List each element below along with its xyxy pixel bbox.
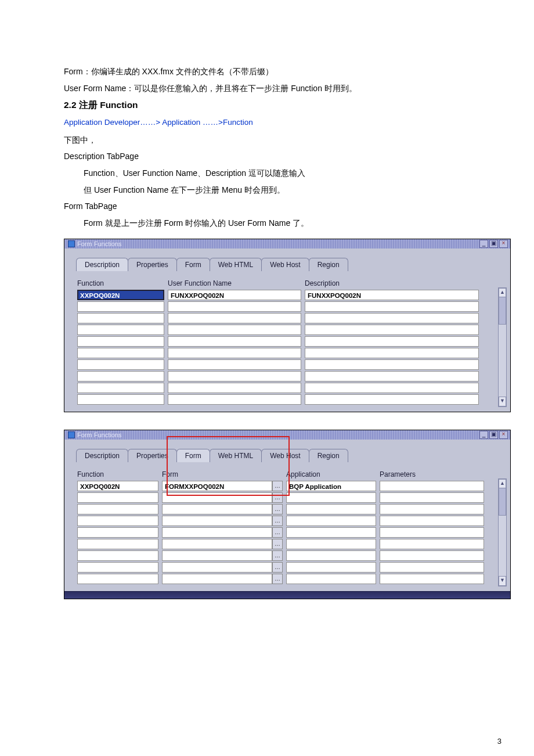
- cell-ufn[interactable]: [168, 359, 301, 370]
- cell-form[interactable]: [162, 562, 272, 573]
- cell-function[interactable]: [77, 562, 158, 573]
- tab-web-host[interactable]: Web Host: [261, 258, 309, 271]
- lov-button[interactable]: …: [272, 562, 283, 573]
- lov-button[interactable]: …: [272, 574, 283, 584]
- tab-web-html[interactable]: Web HTML: [210, 449, 262, 462]
- cell-desc[interactable]: [305, 313, 479, 323]
- cell-function[interactable]: [77, 301, 164, 312]
- cell-ufn[interactable]: [168, 348, 301, 358]
- tab-properties[interactable]: Properties: [128, 449, 177, 462]
- vertical-scrollbar[interactable]: ▲ ▼: [498, 287, 507, 407]
- cell-desc[interactable]: [305, 371, 479, 381]
- tab-form[interactable]: Form: [176, 258, 210, 271]
- restore-button[interactable]: ▣: [489, 240, 498, 248]
- cell-function[interactable]: [77, 348, 164, 358]
- close-button[interactable]: ×: [499, 240, 508, 248]
- scroll-thumb[interactable]: [499, 297, 506, 325]
- restore-button[interactable]: ▣: [489, 431, 498, 439]
- cell-application[interactable]: [286, 527, 376, 538]
- cell-function[interactable]: XXPOQ002N: [77, 481, 158, 491]
- cell-function[interactable]: [77, 574, 158, 584]
- cell-ufn[interactable]: [168, 301, 301, 312]
- cell-desc[interactable]: FUNXXPOQ002N: [305, 290, 479, 300]
- lov-button[interactable]: …: [272, 539, 283, 549]
- cell-form[interactable]: [162, 516, 272, 526]
- cell-parameters[interactable]: [380, 562, 484, 573]
- close-button[interactable]: ×: [499, 431, 508, 439]
- tab-web-html[interactable]: Web HTML: [210, 258, 262, 271]
- tab-web-host[interactable]: Web Host: [261, 449, 309, 462]
- cell-function[interactable]: [77, 394, 164, 405]
- cell-function[interactable]: XXPOQ002N: [77, 290, 164, 300]
- cell-parameters[interactable]: [380, 504, 484, 514]
- cell-function[interactable]: [77, 336, 164, 347]
- cell-application[interactable]: [286, 492, 376, 503]
- minimize-button[interactable]: ‗: [479, 240, 488, 248]
- lov-button[interactable]: …: [272, 492, 283, 503]
- cell-form[interactable]: [162, 550, 272, 561]
- cell-function[interactable]: [77, 539, 158, 549]
- cell-function[interactable]: [77, 492, 158, 503]
- cell-parameters[interactable]: [380, 492, 484, 503]
- cell-desc[interactable]: [305, 348, 479, 358]
- lov-button[interactable]: …: [272, 481, 283, 491]
- cell-ufn[interactable]: [168, 394, 301, 405]
- cell-form[interactable]: [162, 527, 272, 538]
- tab-form[interactable]: Form: [176, 449, 210, 462]
- cell-ufn[interactable]: [168, 313, 301, 323]
- lov-button[interactable]: …: [272, 516, 283, 526]
- cell-function[interactable]: [77, 359, 164, 370]
- cell-ufn[interactable]: [168, 371, 301, 381]
- cell-ufn[interactable]: [168, 336, 301, 347]
- cell-function[interactable]: [77, 371, 164, 381]
- cell-desc[interactable]: [305, 336, 479, 347]
- tab-description[interactable]: Description: [76, 258, 128, 271]
- cell-form[interactable]: [162, 504, 272, 514]
- cell-application[interactable]: [286, 562, 376, 573]
- cell-form[interactable]: [162, 492, 272, 503]
- cell-form[interactable]: FORMXXPOQ002N: [162, 481, 272, 491]
- cell-parameters[interactable]: [380, 550, 484, 561]
- lov-button[interactable]: …: [272, 527, 283, 538]
- cell-ufn[interactable]: FUNXXPOQ002N: [168, 290, 301, 300]
- tab-description[interactable]: Description: [76, 449, 128, 462]
- cell-parameters[interactable]: [380, 574, 484, 584]
- cell-function[interactable]: [77, 550, 158, 561]
- cell-application[interactable]: BQP Application: [286, 481, 376, 491]
- cell-function[interactable]: [77, 325, 164, 335]
- minimize-button[interactable]: ‗: [479, 431, 488, 439]
- cell-function[interactable]: [77, 383, 164, 393]
- tab-properties[interactable]: Properties: [128, 258, 177, 271]
- cell-application[interactable]: [286, 516, 376, 526]
- cell-ufn[interactable]: [168, 383, 301, 393]
- cell-application[interactable]: [286, 574, 376, 584]
- vertical-scrollbar[interactable]: ▲ ▼: [498, 478, 507, 586]
- tab-region[interactable]: Region: [309, 449, 348, 462]
- lov-button[interactable]: …: [272, 504, 283, 514]
- cell-function[interactable]: [77, 504, 158, 514]
- cell-form[interactable]: [162, 574, 272, 584]
- scroll-down-arrow[interactable]: ▼: [499, 397, 506, 406]
- table-row: [74, 313, 504, 323]
- cell-function[interactable]: [77, 313, 164, 323]
- cell-ufn[interactable]: [168, 325, 301, 335]
- cell-parameters[interactable]: [380, 539, 484, 549]
- cell-form[interactable]: [162, 539, 272, 549]
- cell-parameters[interactable]: [380, 527, 484, 538]
- lov-button[interactable]: …: [272, 550, 283, 561]
- scroll-down-arrow[interactable]: ▼: [499, 576, 506, 586]
- cell-desc[interactable]: [305, 325, 479, 335]
- scroll-thumb[interactable]: [499, 488, 506, 516]
- cell-application[interactable]: [286, 504, 376, 514]
- cell-desc[interactable]: [305, 394, 479, 405]
- cell-application[interactable]: [286, 550, 376, 561]
- cell-application[interactable]: [286, 539, 376, 549]
- cell-function[interactable]: [77, 527, 158, 538]
- cell-parameters[interactable]: [380, 516, 484, 526]
- cell-function[interactable]: [77, 516, 158, 526]
- tab-region[interactable]: Region: [309, 258, 348, 271]
- cell-desc[interactable]: [305, 359, 479, 370]
- cell-desc[interactable]: [305, 383, 479, 393]
- cell-desc[interactable]: [305, 301, 479, 312]
- cell-parameters[interactable]: [380, 481, 484, 491]
